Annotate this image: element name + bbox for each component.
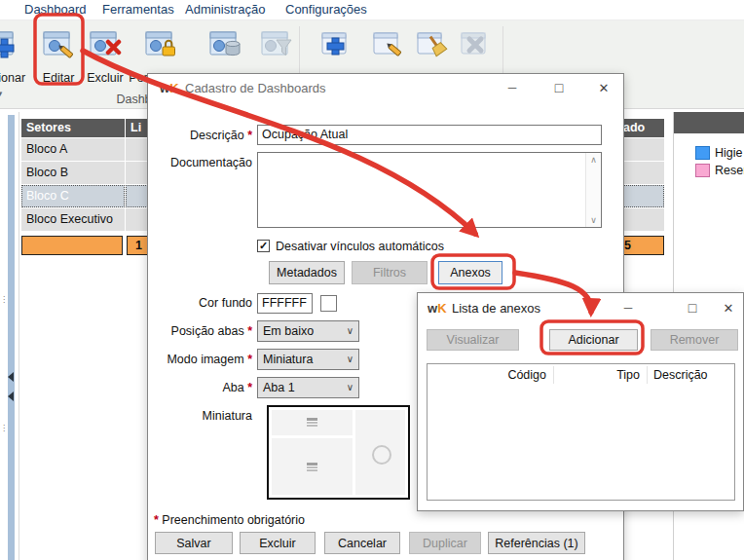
scroll-up-icon[interactable]: ∧ xyxy=(586,155,601,165)
excluir-button[interactable]: Excluir xyxy=(240,532,316,554)
app-root: { "app": { "menu_items": ["Dashboard", "… xyxy=(0,0,744,560)
preview-pane xyxy=(272,438,353,495)
gauge-glyph-icon xyxy=(372,445,391,465)
filtros-button[interactable]: Filtros xyxy=(352,261,428,284)
metadados-button[interactable]: Metadados xyxy=(269,261,345,284)
anexos-table[interactable]: Código Tipo Descrição xyxy=(427,363,735,501)
desativar-vinculos-label: Desativar vínculos automáticos xyxy=(276,240,444,253)
maximize-button[interactable]: □ xyxy=(543,74,575,101)
color-swatch[interactable] xyxy=(320,295,337,312)
menu-configuracoes[interactable]: Configurações xyxy=(285,2,367,17)
menu-bar: Dashboard Ferramentas Administração Conf… xyxy=(0,0,744,20)
posicao-abas-label: Posição abas * xyxy=(150,324,252,338)
toolbar-adicionar-dashboard-button[interactable]: Adicionar ▾ xyxy=(0,24,27,100)
descricao-input[interactable]: Ocupação Atual xyxy=(257,125,602,145)
app-logo: wK xyxy=(428,301,447,316)
chevron-down-icon: ∨ xyxy=(347,321,353,341)
chevron-down-icon: ∨ xyxy=(347,378,353,397)
delete-icon xyxy=(459,26,492,71)
table-row-bloco-b[interactable]: Bloco B xyxy=(21,162,125,184)
aba-select[interactable]: Aba 1 ∨ xyxy=(257,377,359,398)
column-header-descricao[interactable]: Descrição xyxy=(648,364,735,386)
panel-divider xyxy=(19,112,19,560)
menu-administracao[interactable]: Administração xyxy=(185,2,265,17)
legend-panel-header xyxy=(674,112,744,133)
column-header-codigo[interactable]: Código xyxy=(428,364,552,386)
edit-icon xyxy=(42,26,75,71)
filter-icon xyxy=(260,26,293,71)
documentacao-label: Documentação xyxy=(150,156,252,169)
left-splitter-bar[interactable] xyxy=(8,115,15,560)
required-footnote: * Preenchimento obrigatório xyxy=(154,513,305,527)
legend-label-reser: Reser xyxy=(715,164,744,177)
desativar-vinculos-checkbox[interactable]: ✓ xyxy=(257,240,270,252)
table-row-bloco-executivo[interactable]: Bloco Executivo xyxy=(21,208,125,231)
broom-icon xyxy=(415,26,448,71)
anexos-button[interactable]: Anexos xyxy=(438,261,502,284)
aba-label: Aba * xyxy=(150,381,252,394)
miniatura-preview xyxy=(267,405,410,500)
collapse-left-icon[interactable] xyxy=(8,372,14,382)
cor-fundo-label: Cor fundo xyxy=(150,296,252,310)
salvar-button[interactable]: Salvar xyxy=(155,532,233,554)
table-glyph-icon xyxy=(307,418,317,427)
preview-pane xyxy=(355,410,405,495)
table-row-bloco-a[interactable]: Bloco A xyxy=(21,138,125,161)
add-icon xyxy=(318,26,352,71)
menu-dashboard[interactable]: Dashboard xyxy=(24,2,87,17)
close-button[interactable]: ✕ xyxy=(586,74,621,101)
delete-icon xyxy=(89,26,122,71)
database-icon xyxy=(208,26,242,71)
collapse-left-icon[interactable] xyxy=(8,392,14,401)
adicionar-anexo-button[interactable]: Adicionar xyxy=(549,329,638,351)
menu-ferramentas[interactable]: Ferramentas xyxy=(102,2,174,17)
cancelar-button[interactable]: Cancelar xyxy=(324,532,400,554)
toolbar-excluir-dashboard-button[interactable]: Excluir xyxy=(83,24,128,100)
duplicar-button[interactable]: Duplicar xyxy=(409,532,481,554)
miniatura-label: Miniatura xyxy=(150,409,252,423)
table-glyph-icon xyxy=(307,463,317,471)
chevron-down-icon: ∨ xyxy=(347,350,353,369)
column-header-setores[interactable]: Setores xyxy=(21,119,125,137)
remover-button[interactable]: Remover xyxy=(651,329,738,351)
minimize-button[interactable]: ─ xyxy=(609,293,648,322)
edge-dots: ⋮ xyxy=(0,298,8,302)
edit-icon xyxy=(371,26,404,71)
legend-label-higie: Higie xyxy=(715,146,743,160)
legend-swatch-pink xyxy=(695,164,710,177)
column-header-tipo[interactable]: Tipo xyxy=(554,364,646,386)
dialog-title: Lista de anexos xyxy=(452,301,540,316)
table-row-bloco-c-selected[interactable]: Bloco C xyxy=(21,185,125,207)
maximize-button[interactable]: □ xyxy=(673,293,712,322)
descricao-label: Descrição * xyxy=(150,129,252,142)
modo-imagem-label: Modo imagem * xyxy=(150,353,252,366)
scroll-down-icon[interactable]: ∨ xyxy=(586,215,601,225)
add-dashboard-icon xyxy=(0,26,17,71)
documentacao-textarea[interactable]: ∧ ∨ xyxy=(257,152,602,228)
posicao-abas-select[interactable]: Em baixo ∨ xyxy=(257,320,359,342)
visualizar-button[interactable]: Visualizar xyxy=(427,329,519,351)
preview-pane xyxy=(272,410,353,435)
cor-fundo-input[interactable]: FFFFFF xyxy=(257,293,313,314)
close-button[interactable]: ✕ xyxy=(714,293,743,322)
totals-cell-orange xyxy=(21,236,123,255)
legend-swatch-blue xyxy=(695,146,710,160)
lista-anexos-dialog: wK Lista de anexos ─ □ ✕ Visualizar Adic… xyxy=(417,292,744,511)
toolbar-editar-dashboard-button[interactable]: Editar xyxy=(35,24,82,100)
referencias-button[interactable]: Referências (1) xyxy=(488,532,585,554)
scrollbar[interactable]: ∧ ∨ xyxy=(585,153,601,227)
edge-dots: ⋮ xyxy=(0,427,8,430)
dialog-title: Cadastro de Dashboards xyxy=(185,81,326,95)
app-logo: wK xyxy=(160,81,179,95)
modo-imagem-select[interactable]: Miniatura ∨ xyxy=(257,349,359,370)
minimize-button[interactable]: ─ xyxy=(497,74,528,101)
lock-icon xyxy=(144,26,177,71)
